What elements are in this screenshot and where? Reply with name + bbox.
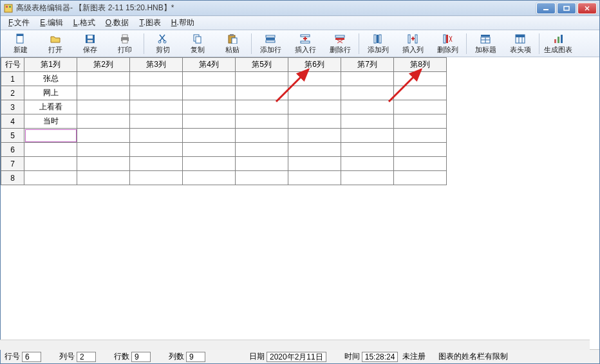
column-header[interactable]: 第4列 (183, 58, 236, 72)
table-cell[interactable] (77, 129, 130, 143)
table-cell[interactable] (236, 143, 288, 157)
toolbar-new-button[interactable]: 新建 (3, 32, 38, 56)
toolbar-gen-chart-button[interactable]: 生成图表 (541, 32, 576, 56)
toolbar-delete-col-button[interactable]: 删除列 (430, 32, 465, 56)
table-cell[interactable] (341, 72, 394, 86)
table-cell[interactable] (236, 114, 288, 129)
toolbar-header-item-button[interactable]: 表头项 (503, 32, 538, 56)
table-cell[interactable] (77, 114, 130, 129)
row-number-cell[interactable]: 4 (1, 114, 24, 129)
table-cell[interactable] (183, 129, 236, 143)
table-cell[interactable] (288, 86, 341, 100)
table-cell[interactable] (77, 157, 130, 171)
menu-h[interactable]: H.帮助 (166, 16, 200, 30)
row-number-cell[interactable]: 6 (1, 143, 24, 157)
table-cell[interactable] (130, 114, 183, 129)
column-header[interactable]: 第2列 (77, 58, 130, 72)
table-row[interactable]: 6 (1, 143, 447, 157)
column-header[interactable]: 第1列 (24, 58, 77, 72)
toolbar-add-col-button[interactable]: 添加列 (361, 32, 395, 56)
table-cell[interactable] (288, 157, 341, 171)
column-header[interactable]: 第3列 (130, 58, 183, 72)
table-cell[interactable] (288, 114, 341, 129)
table-cell[interactable] (130, 100, 183, 114)
row-number-cell[interactable]: 3 (1, 100, 24, 114)
row-number-cell[interactable]: 8 (1, 171, 24, 185)
table-cell[interactable] (183, 72, 236, 86)
table-cell[interactable] (341, 157, 394, 171)
table-cell[interactable] (236, 86, 288, 100)
table-cell[interactable] (394, 86, 447, 100)
menu-t[interactable]: T.图表 (134, 16, 165, 30)
table-cell[interactable] (394, 100, 447, 114)
row-number-cell[interactable]: 7 (1, 157, 24, 171)
toolbar-add-title-button[interactable]: 加标题 (468, 32, 503, 56)
table-cell[interactable] (183, 171, 236, 185)
row-number-cell[interactable]: 2 (1, 86, 24, 100)
toolbar-insert-row-button[interactable]: 插入行 (288, 32, 323, 56)
table-row[interactable]: 2网上 (1, 86, 447, 100)
table-row[interactable]: 4当时 (1, 114, 447, 129)
table-cell[interactable] (236, 157, 288, 171)
table-cell[interactable] (24, 129, 77, 143)
table-row[interactable]: 5 (1, 129, 447, 143)
table-cell[interactable] (341, 100, 394, 114)
column-header[interactable]: 第7列 (341, 58, 394, 72)
menu-o[interactable]: O.数据 (100, 16, 135, 30)
table-cell[interactable] (77, 143, 130, 157)
table-cell[interactable] (288, 72, 341, 86)
toolbar-delete-row-button[interactable]: 删除行 (323, 32, 357, 56)
table-cell[interactable] (236, 129, 288, 143)
table-cell[interactable] (130, 72, 183, 86)
table-cell[interactable] (77, 100, 130, 114)
table-cell[interactable] (394, 143, 447, 157)
toolbar-save-button[interactable]: 保存 (73, 32, 108, 56)
toolbar-print-button[interactable]: 打印 (108, 32, 142, 56)
table-cell[interactable] (130, 171, 183, 185)
table-cell[interactable] (130, 143, 183, 157)
table-cell[interactable] (288, 129, 341, 143)
table-cell[interactable] (288, 171, 341, 185)
menu-f[interactable]: F.文件 (3, 16, 35, 30)
table-cell[interactable] (341, 114, 394, 129)
table-cell[interactable] (394, 171, 447, 185)
toolbar-paste-button[interactable]: 粘贴 (215, 32, 250, 56)
table-cell[interactable] (77, 72, 130, 86)
table-cell[interactable] (130, 157, 183, 171)
row-number-cell[interactable]: 1 (1, 72, 24, 86)
table-cell[interactable]: 网上 (24, 86, 77, 100)
table-cell[interactable] (130, 129, 183, 143)
row-number-cell[interactable]: 5 (1, 129, 24, 143)
table-row[interactable]: 1张总 (1, 72, 447, 86)
table-row[interactable]: 8 (1, 171, 447, 185)
table-cell[interactable] (24, 143, 77, 157)
table-cell[interactable]: 张总 (24, 72, 77, 86)
table-cell[interactable] (183, 157, 236, 171)
table-cell[interactable] (341, 86, 394, 100)
toolbar-add-row-button[interactable]: 添加行 (253, 32, 288, 56)
table-cell[interactable] (183, 143, 236, 157)
table-cell[interactable] (183, 100, 236, 114)
table-cell[interactable] (394, 157, 447, 171)
column-header[interactable]: 第8列 (394, 58, 447, 72)
table-cell[interactable] (394, 72, 447, 86)
minimize-button[interactable] (536, 3, 556, 14)
table-cell[interactable] (236, 171, 288, 185)
data-table[interactable]: 行号第1列第2列第3列第4列第5列第6列第7列第8列1张总2网上3上看看4当时5… (1, 57, 447, 185)
table-cell[interactable] (341, 143, 394, 157)
menu-e[interactable]: E.编辑 (35, 16, 68, 30)
table-cell[interactable] (288, 143, 341, 157)
table-cell[interactable] (236, 72, 288, 86)
table-cell[interactable] (24, 171, 77, 185)
table-cell[interactable] (77, 171, 130, 185)
toolbar-copy-button[interactable]: 复制 (180, 32, 215, 56)
column-header[interactable]: 第5列 (236, 58, 288, 72)
table-cell[interactable] (236, 100, 288, 114)
table-cell[interactable]: 上看看 (24, 100, 77, 114)
menu-l[interactable]: L.格式 (68, 16, 100, 30)
table-cell[interactable] (183, 86, 236, 100)
maximize-button[interactable] (557, 3, 576, 14)
table-cell[interactable] (288, 100, 341, 114)
table-cell[interactable] (341, 171, 394, 185)
table-cell[interactable] (394, 129, 447, 143)
